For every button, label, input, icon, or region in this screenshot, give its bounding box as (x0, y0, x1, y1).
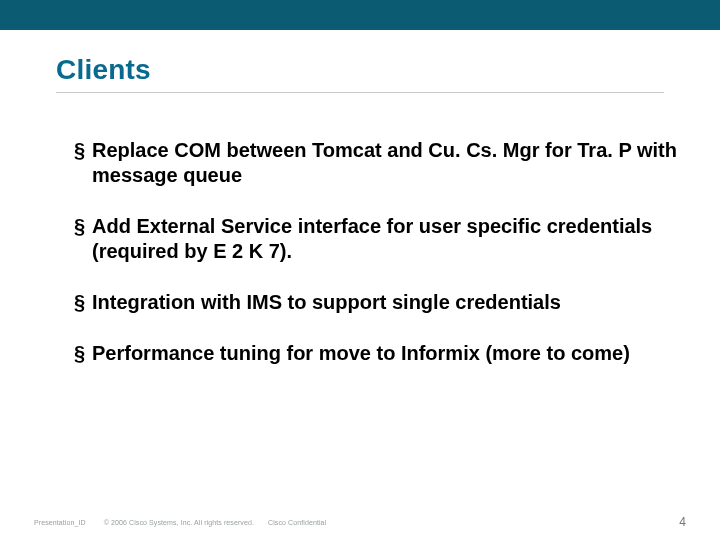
list-item: § Add External Service interface for use… (74, 214, 680, 264)
bullet-text: Add External Service interface for user … (92, 214, 680, 264)
list-item: § Performance tuning for move to Informi… (74, 341, 680, 366)
bullet-icon: § (74, 214, 92, 239)
top-accent-bar (0, 0, 720, 30)
footer: Presentation_ID © 2006 Cisco Systems, In… (34, 514, 686, 530)
title-underline (56, 92, 664, 93)
footer-copyright: © 2006 Cisco Systems, Inc. All rights re… (104, 519, 254, 526)
page-title: Clients (56, 54, 664, 86)
list-item: § Integration with IMS to support single… (74, 290, 680, 315)
bullet-icon: § (74, 341, 92, 366)
footer-confidential: Cisco Confidential (268, 519, 326, 526)
bullet-icon: § (74, 138, 92, 163)
bullet-text: Integration with IMS to support single c… (92, 290, 680, 315)
bullet-text: Replace COM between Tomcat and Cu. Cs. M… (92, 138, 680, 188)
bullet-icon: § (74, 290, 92, 315)
bullet-list: § Replace COM between Tomcat and Cu. Cs.… (56, 138, 680, 392)
footer-presentation-id: Presentation_ID (34, 519, 86, 526)
bullet-text: Performance tuning for move to Informix … (92, 341, 680, 366)
footer-page-number: 4 (679, 515, 686, 529)
title-block: Clients (56, 54, 664, 93)
list-item: § Replace COM between Tomcat and Cu. Cs.… (74, 138, 680, 188)
